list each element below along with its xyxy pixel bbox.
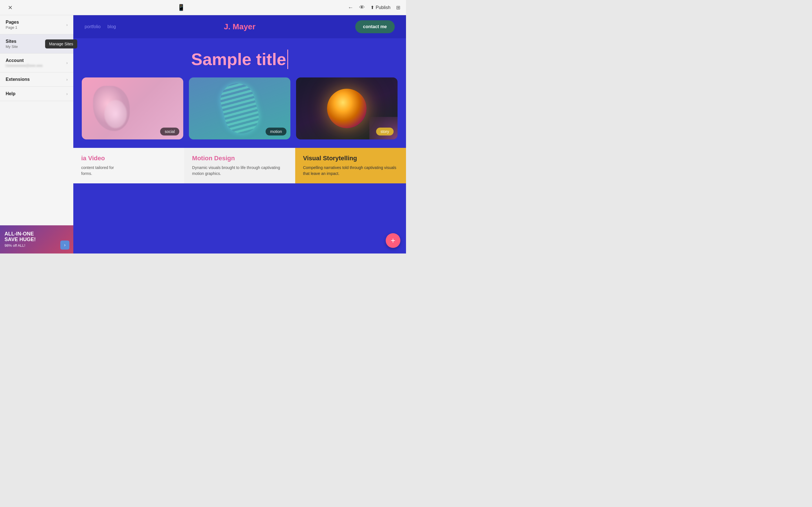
sidebar-item-help[interactable]: Help › — [0, 87, 73, 101]
sidebar-item-pages[interactable]: Pages Page 1 › — [0, 15, 73, 34]
close-button[interactable]: ✕ — [6, 3, 15, 12]
nav-blog[interactable]: blog — [107, 24, 116, 29]
top-bar-right: ← 👁 ⬆ Publish ⊞ — [348, 4, 400, 11]
account-chevron: › — [66, 61, 68, 65]
ad-title-line1: ALL-IN-ONE — [4, 231, 69, 237]
cards-grid: social motion story — [73, 77, 406, 148]
sites-title: Sites — [6, 39, 18, 44]
ad-banner: ALL-IN-ONE SAVE HUGE! 98% off ALL! › — [0, 225, 73, 253]
card-social: social — [82, 77, 183, 139]
card-detail-story: Visual Storytelling Compelling narrative… — [295, 148, 406, 183]
ad-discount: 98% off ALL! — [4, 243, 69, 247]
top-bar-left: ✕ — [6, 3, 15, 12]
pages-chevron: › — [66, 22, 68, 27]
account-content: Account b●●●●●●●●●@●●●.●●● — [6, 58, 43, 68]
ad-title-line2: SAVE HUGE! — [4, 237, 69, 242]
hero-title[interactable]: Sample title — [191, 50, 288, 69]
top-bar-center: 📱 — [177, 4, 185, 11]
card-story-tag: story — [376, 128, 394, 135]
pages-title: Pages — [6, 20, 19, 25]
help-content: Help — [6, 91, 15, 96]
manage-sites-tooltip: Manage Sites — [45, 40, 77, 48]
sphere-orb — [327, 89, 366, 128]
sidebar: Pages Page 1 › Sites My Site › Account b… — [0, 15, 73, 253]
sidebar-item-account[interactable]: Account b●●●●●●●●●@●●●.●●● › — [0, 54, 73, 72]
card-detail-motion-desc: Dynamic visuals brought to life through … — [192, 165, 287, 177]
site-nav: portfolio blog — [85, 24, 116, 29]
help-chevron: › — [66, 92, 68, 96]
card-motion: motion — [189, 77, 290, 139]
spiral-visual — [217, 80, 262, 137]
help-title: Help — [6, 91, 15, 96]
sites-content: Sites My Site — [6, 39, 18, 49]
card-detail-story-desc: Compelling narratives told through capti… — [303, 165, 398, 177]
layout-icon[interactable]: ⊞ — [396, 4, 400, 11]
main-content: portfolio blog J. Mayer contact me Sampl… — [73, 15, 406, 253]
hero-section: Sample title — [73, 38, 406, 77]
website-header: portfolio blog J. Mayer contact me — [73, 15, 406, 38]
card-motion-tag: motion — [266, 128, 287, 135]
card-detail-story-title: Visual Storytelling — [303, 155, 398, 162]
preview-button[interactable]: 👁 — [359, 4, 365, 11]
nav-portfolio[interactable]: portfolio — [85, 24, 101, 29]
card-detail-motion: Motion Design Dynamic visuals brought to… — [184, 148, 295, 183]
card-detail-social: ia Video content tailored forforms. — [73, 148, 184, 183]
back-button[interactable]: ← — [348, 4, 354, 11]
pages-subtitle: Page 1 — [6, 25, 19, 30]
extensions-content: Extensions — [6, 77, 30, 82]
fab-button[interactable]: + — [386, 233, 400, 248]
sidebar-item-extensions[interactable]: Extensions › — [0, 72, 73, 87]
card-social-tag: social — [160, 128, 179, 135]
mobile-preview-icon[interactable]: 📱 — [177, 4, 185, 11]
ad-arrow-button[interactable]: › — [60, 240, 69, 249]
account-email: b●●●●●●●●●@●●●.●●● — [6, 64, 43, 68]
extensions-title: Extensions — [6, 77, 30, 82]
publish-label: Publish — [376, 5, 391, 10]
cards-detail-grid: ia Video content tailored forforms. Moti… — [73, 148, 406, 183]
card-detail-social-title: ia Video — [81, 155, 176, 162]
publish-button[interactable]: ⬆ Publish — [370, 5, 391, 10]
publish-upload-icon: ⬆ — [370, 5, 374, 10]
pages-content: Pages Page 1 — [6, 20, 19, 30]
extensions-chevron: › — [66, 77, 68, 82]
account-title: Account — [6, 58, 43, 63]
card-detail-social-desc: content tailored forforms. — [81, 165, 176, 177]
contact-button[interactable]: contact me — [355, 20, 395, 33]
site-logo: J. Mayer — [224, 22, 255, 31]
card-detail-motion-title: Motion Design — [192, 155, 287, 162]
glass-blob-2 — [104, 100, 127, 128]
top-bar: ✕ 📱 ← 👁 ⬆ Publish ⊞ — [0, 0, 406, 15]
sites-subtitle: My Site — [6, 45, 18, 49]
card-story: story — [296, 77, 398, 139]
